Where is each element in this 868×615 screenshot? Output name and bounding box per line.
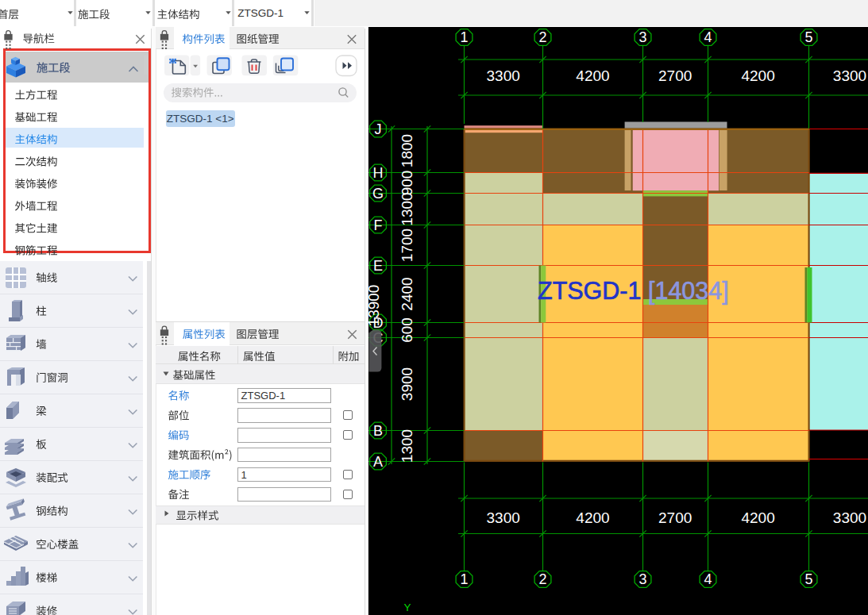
- svg-text:600: 600: [399, 317, 415, 343]
- svg-text:3300: 3300: [833, 509, 866, 526]
- svg-text:A: A: [373, 454, 383, 470]
- svg-text:ZTSGD-1 [14034]: ZTSGD-1 [14034]: [538, 277, 729, 305]
- svg-text:2: 2: [538, 571, 546, 587]
- svg-text:G: G: [372, 186, 384, 202]
- svg-text:1700: 1700: [399, 229, 415, 262]
- svg-text:3300: 3300: [833, 67, 866, 84]
- svg-text:900: 900: [399, 171, 415, 196]
- svg-text:4: 4: [704, 29, 712, 45]
- svg-text:1300: 1300: [399, 429, 415, 463]
- svg-text:3: 3: [638, 571, 646, 587]
- svg-text:3300: 3300: [487, 509, 520, 526]
- svg-text:13900: 13900: [368, 285, 382, 327]
- svg-text:1: 1: [460, 571, 468, 587]
- svg-text:2: 2: [538, 29, 546, 45]
- svg-text:5: 5: [804, 29, 812, 45]
- svg-text:H: H: [373, 165, 384, 181]
- svg-text:Y: Y: [403, 602, 411, 613]
- svg-text:3: 3: [638, 29, 646, 45]
- svg-text:2700: 2700: [658, 67, 692, 84]
- svg-text:3900: 3900: [399, 367, 415, 401]
- svg-text:4200: 4200: [741, 509, 774, 526]
- svg-text:2700: 2700: [658, 509, 692, 526]
- svg-text:2400: 2400: [399, 277, 415, 310]
- svg-text:B: B: [373, 423, 383, 439]
- svg-text:4200: 4200: [576, 509, 609, 526]
- svg-text:J: J: [375, 121, 382, 137]
- svg-text:F: F: [374, 217, 383, 233]
- svg-text:1: 1: [460, 29, 468, 45]
- svg-text:1300: 1300: [399, 192, 415, 225]
- svg-text:4200: 4200: [741, 67, 774, 84]
- svg-text:1800: 1800: [399, 134, 415, 167]
- svg-text:4: 4: [704, 571, 712, 587]
- svg-text:E: E: [373, 258, 383, 274]
- svg-text:4200: 4200: [576, 67, 609, 84]
- svg-text:5: 5: [804, 571, 812, 587]
- svg-text:3300: 3300: [487, 67, 520, 84]
